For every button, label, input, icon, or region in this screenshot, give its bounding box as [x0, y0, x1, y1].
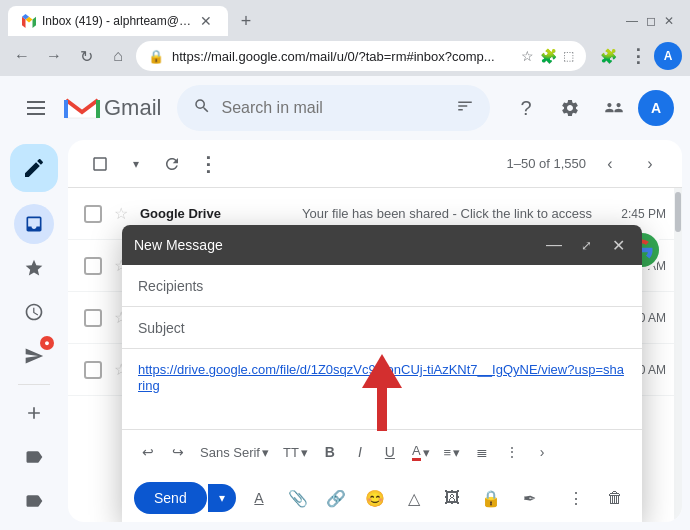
forward-button[interactable]: → — [40, 42, 68, 70]
active-tab[interactable]: Inbox (419) - alphrteam@gmail.c... ✕ — [8, 6, 228, 36]
discard-button[interactable]: 🗑 — [599, 482, 630, 514]
gmail-header: Gmail ? A — [0, 76, 690, 140]
bold-button[interactable]: B — [316, 438, 344, 466]
send-dropdown-button[interactable]: ▾ — [208, 484, 236, 512]
tab-title: Inbox (419) - alphrteam@gmail.c... — [42, 14, 192, 28]
window-close-button[interactable]: ✕ — [664, 14, 674, 28]
window-maximize-button[interactable]: ◻ — [646, 14, 656, 28]
user-avatar[interactable]: A — [638, 90, 674, 126]
gmail-label-text: Gmail — [104, 95, 161, 121]
sidebar-item-label2[interactable] — [14, 481, 54, 521]
insert-photo-button[interactable]: 🖼 — [437, 482, 468, 514]
compose-icon — [22, 156, 46, 180]
address-bar[interactable]: 🔒 https://mail.google.com/mail/u/0/?tab=… — [136, 41, 586, 71]
tab-favicon-icon — [22, 14, 36, 28]
compose-recipients-field[interactable]: Recipients — [122, 265, 642, 307]
bulleted-list-button[interactable]: ⋮ — [498, 438, 526, 466]
sidebar-item-add[interactable] — [14, 393, 54, 433]
search-input[interactable] — [221, 99, 446, 117]
email-checkbox[interactable] — [84, 309, 102, 327]
compose-expand-button[interactable]: ⤢ — [574, 233, 598, 257]
extension-puzzle-button[interactable]: 🧩 — [594, 42, 622, 70]
select-dropdown-button[interactable]: ▾ — [120, 148, 152, 180]
numbered-list-button[interactable]: ≣ — [468, 438, 496, 466]
arrow-icon — [342, 346, 422, 436]
browser-profile-button[interactable]: A — [654, 42, 682, 70]
star-icon[interactable]: ☆ — [114, 204, 128, 223]
insert-link-button[interactable]: 🔗 — [321, 482, 352, 514]
tab-close-button[interactable]: ✕ — [198, 13, 214, 29]
compose-formatting-toolbar: ↩ ↪ Sans Serif ▾ TT ▾ B I U A ▾ — [122, 429, 642, 474]
save-icon[interactable]: ⬚ — [563, 49, 574, 63]
next-page-button[interactable]: › — [634, 148, 666, 180]
send-button[interactable]: Send — [134, 482, 207, 514]
sidebar-item-snoozed[interactable] — [14, 292, 54, 332]
extension-icon[interactable]: 🧩 — [540, 48, 557, 64]
font-color-select[interactable]: A ▾ — [406, 439, 436, 465]
compose-close-button[interactable]: ✕ — [606, 233, 630, 257]
help-button[interactable]: ? — [506, 88, 546, 128]
window-minimize-button[interactable]: — — [626, 14, 638, 28]
compose-button[interactable] — [10, 144, 58, 192]
tab-bar: Inbox (419) - alphrteam@gmail.c... ✕ + —… — [0, 0, 690, 36]
insert-emoji-button[interactable]: 😊 — [360, 482, 391, 514]
email-checkbox[interactable] — [84, 205, 102, 223]
back-button[interactable]: ← — [8, 42, 36, 70]
email-sender: Google Drive — [140, 206, 290, 221]
align-select[interactable]: ≡ ▾ — [438, 441, 467, 464]
compose-minimize-button[interactable]: — — [542, 233, 566, 257]
compose-subject-field[interactable]: Subject — [122, 307, 642, 349]
new-tab-button[interactable]: + — [232, 7, 260, 35]
confidential-mode-button[interactable]: 🔒 — [475, 482, 506, 514]
font-family-select[interactable]: Sans Serif ▾ — [194, 441, 275, 464]
more-options-button[interactable]: ⋮ — [192, 148, 224, 180]
email-checkbox[interactable] — [84, 257, 102, 275]
settings-button[interactable] — [550, 88, 590, 128]
search-bar[interactable] — [177, 85, 490, 131]
home-button[interactable]: ⌂ — [104, 42, 132, 70]
insert-drive-button[interactable]: △ — [398, 482, 429, 514]
header-actions: ? A — [506, 88, 674, 128]
sidebar-item-inbox[interactable] — [14, 204, 54, 244]
email-checkbox[interactable] — [84, 361, 102, 379]
select-all-button[interactable] — [84, 148, 116, 180]
drive-link[interactable]: https://drive.google.com/file/d/1Z0sqzVc… — [138, 362, 624, 393]
font-size-select[interactable]: TT ▾ — [277, 441, 314, 464]
email-preview: Your file has been shared - Click the li… — [302, 206, 609, 221]
undo-button[interactable]: ↩ — [134, 438, 162, 466]
align-dropdown-icon: ▾ — [453, 445, 460, 460]
window-controls: — ◻ ✕ — [626, 14, 682, 28]
browser-menu-button[interactable]: ⋮ — [624, 42, 652, 70]
apps-button[interactable] — [594, 88, 634, 128]
sidebar-item-starred[interactable] — [14, 248, 54, 288]
font-color-label: A — [412, 443, 421, 461]
sidebar: ● — [0, 140, 68, 530]
svg-rect-2 — [27, 113, 45, 115]
format-text-button[interactable]: A — [244, 482, 275, 514]
attach-file-button[interactable]: 📎 — [282, 482, 313, 514]
more-options-button[interactable]: ⋮ — [561, 482, 592, 514]
scroll-thumb[interactable] — [675, 192, 681, 232]
refresh-button[interactable] — [156, 148, 188, 180]
signature-button[interactable]: ✒ — [514, 482, 545, 514]
sidebar-item-label1[interactable] — [14, 437, 54, 477]
font-size-dropdown-icon: ▾ — [301, 445, 308, 460]
main-content: ▾ ⋮ 1–50 of 1,550 ‹ › ☆ Goo — [68, 140, 682, 522]
bookmark-icon[interactable]: ☆ — [521, 48, 534, 64]
browser-chrome: Inbox (419) - alphrteam@gmail.c... ✕ + —… — [0, 0, 690, 76]
compose-footer: Send ▾ A 📎 🔗 😊 △ 🖼 🔒 ✒ ⋮ 🗑 — [122, 474, 642, 522]
prev-page-button[interactable]: ‹ — [594, 148, 626, 180]
font-size-label: TT — [283, 445, 299, 460]
compose-body-area[interactable]: https://drive.google.com/file/d/1Z0sqzVc… — [122, 349, 642, 429]
gmail-logo-icon — [64, 94, 100, 122]
hamburger-menu-button[interactable] — [16, 88, 56, 128]
refresh-button[interactable]: ↻ — [72, 42, 100, 70]
italic-button[interactable]: I — [346, 438, 374, 466]
underline-button[interactable]: U — [376, 438, 404, 466]
more-formatting-button[interactable]: › — [528, 438, 556, 466]
sidebar-item-sent[interactable]: ● — [14, 336, 54, 376]
scroll-track — [674, 188, 682, 522]
search-options-button[interactable] — [456, 97, 474, 120]
redo-button[interactable]: ↪ — [164, 438, 192, 466]
compose-window: New Message — ⤢ ✕ Recipients Subject htt… — [122, 225, 642, 522]
